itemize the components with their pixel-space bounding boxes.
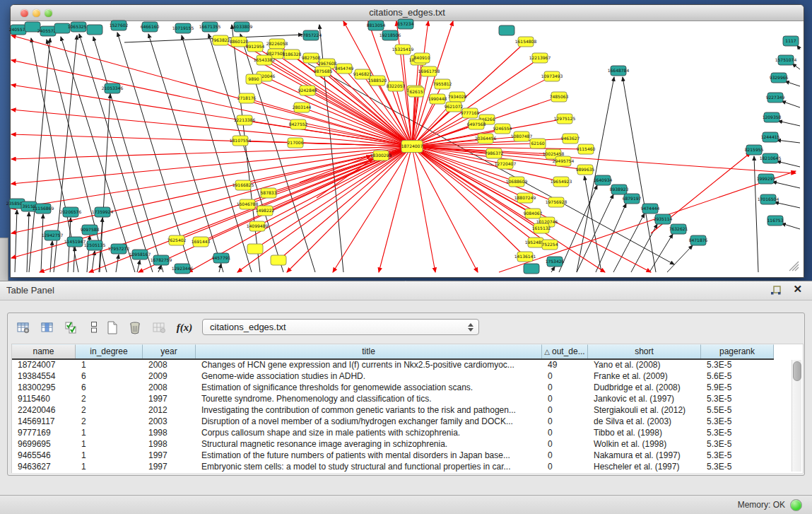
graph-node[interactable]: 9097588 <box>81 225 100 235</box>
cell-name[interactable]: 22420046 <box>12 405 76 416</box>
column-header-year[interactable]: year <box>143 344 196 358</box>
graph-node[interactable]: 1753426 <box>546 257 565 267</box>
graph-node[interactable]: 12923446 <box>172 264 194 274</box>
delete-table-icon[interactable] <box>125 317 145 337</box>
table-row[interactable]: 2242004622012Investigating the contribut… <box>12 405 803 416</box>
graph-node[interactable]: 8813054 <box>367 21 386 30</box>
graph-node[interactable]: 7963822 <box>211 35 230 45</box>
cell-year[interactable]: 1997 <box>143 450 196 462</box>
graph-node[interactable] <box>524 264 539 274</box>
graph-node[interactable]: 12213386 <box>234 115 256 125</box>
cell-in_degree[interactable]: 2 <box>76 405 143 416</box>
graph-node[interactable]: 9474444 <box>641 204 660 214</box>
graph-node[interactable]: 1990448 <box>428 94 447 104</box>
table-row[interactable]: 946362711997Embryonic stem cells: a mode… <box>12 462 803 473</box>
row-height-icon[interactable] <box>84 317 104 337</box>
cell-name[interactable]: 14569117 <box>12 416 76 428</box>
graph-node[interactable]: 8912954 <box>246 42 265 52</box>
table-settings-icon[interactable] <box>13 317 33 337</box>
table-row[interactable]: 1456911722003Disruption of a novel membe… <box>12 416 803 428</box>
graph-node[interactable]: 9875685 <box>314 66 333 76</box>
cell-in_degree[interactable]: 2 <box>76 394 143 405</box>
graph-node[interactable]: 9246554 <box>493 124 512 134</box>
cell-out_degree[interactable]: 49 <box>542 360 588 371</box>
cell-out_degree[interactable]: 0 <box>542 405 588 416</box>
graph-node[interactable]: 20206576 <box>60 207 82 217</box>
cell-year[interactable]: 2008 <box>143 382 196 394</box>
graph-node[interactable]: 217006 <box>288 138 304 148</box>
graph-node[interactable]: 16782759 <box>151 255 172 265</box>
cell-title[interactable]: Genome-wide association studies in ADHD. <box>196 371 542 382</box>
graph-node[interactable]: 9457791 <box>212 253 231 263</box>
graph-node[interactable]: 15751074 <box>775 55 797 65</box>
graph-node[interactable]: 7986372 <box>485 148 504 158</box>
cell-out_degree[interactable]: 0 <box>542 371 588 382</box>
graph-node[interactable]: 7625402 <box>167 235 187 245</box>
cell-title[interactable]: Estimation of significance thresholds fo… <box>196 382 542 394</box>
cell-in_degree[interactable]: 2 <box>76 416 143 428</box>
cell-name[interactable]: 9115460 <box>12 394 76 405</box>
cell-name[interactable]: 9699695 <box>12 439 76 450</box>
table-row[interactable]: 1830029562008Estimation of significance … <box>12 382 803 394</box>
graph-node[interactable]: 16671355 <box>199 22 221 32</box>
cell-out_degree[interactable]: 0 <box>542 416 588 428</box>
column-header-name[interactable]: name <box>12 344 76 358</box>
network-canvas[interactable]: 7963822886012889129542822605898275051654… <box>11 21 803 276</box>
table-row[interactable]: 1872400712008Changes of HCN gene express… <box>12 360 803 371</box>
cell-title[interactable]: Disruption of a novel member of a sodium… <box>196 416 542 428</box>
cell-short[interactable]: Tibbo et al. (1998) <box>588 428 701 439</box>
cell-year[interactable]: 2012 <box>143 405 196 416</box>
function-builder-icon[interactable]: f(x) <box>175 317 194 337</box>
graph-node[interactable]: 29495754 <box>553 156 575 166</box>
graph-node[interactable]: 21053346 <box>102 83 124 93</box>
cell-pagerank[interactable]: 5.9E-5 <box>701 382 774 394</box>
graph-node[interactable]: 2718176 <box>237 93 257 103</box>
graph-node[interactable]: 18210645 <box>760 153 782 163</box>
graph-node[interactable]: 8186328 <box>283 49 302 59</box>
graph-node[interactable] <box>499 25 514 35</box>
graph-node[interactable]: 17957272 <box>108 244 130 254</box>
cell-year[interactable]: 1997 <box>143 462 196 473</box>
graph-node[interactable]: 2803144 <box>293 103 312 112</box>
graph-node[interactable]: 19218506 <box>379 30 401 40</box>
graph-node[interactable]: 12975125 <box>554 114 576 124</box>
column-header-short[interactable]: short <box>588 344 701 358</box>
graph-node[interactable]: 9084067 <box>524 209 543 218</box>
graph-node[interactable]: 16648784 <box>608 66 630 76</box>
cell-short[interactable]: Franke et al. (2009) <box>588 371 701 382</box>
graph-node[interactable]: 18807249 <box>514 193 536 203</box>
cell-out_degree[interactable]: 0 <box>542 439 588 450</box>
cell-out_degree[interactable]: 0 <box>542 462 588 473</box>
table-row[interactable]: 977716911998Corpus callosum shape and si… <box>12 428 803 439</box>
graph-node[interactable]: 12213967 <box>529 53 551 63</box>
graph-node[interactable]: 9890 <box>246 74 261 84</box>
cell-in_degree[interactable]: 6 <box>76 382 143 394</box>
graph-node[interactable]: 28226058 <box>266 39 288 49</box>
cell-in_degree[interactable]: 6 <box>76 371 143 382</box>
graph-node[interactable]: 62160 <box>530 139 546 148</box>
graph-node[interactable]: 7934028 <box>448 92 467 102</box>
cell-short[interactable]: Wolkin et al. (1998) <box>588 439 701 450</box>
graph-node[interactable]: 6497568 <box>467 119 486 129</box>
graph-node[interactable]: 62615 <box>408 87 424 97</box>
graph-node[interactable]: 14136141 <box>514 252 536 262</box>
graph-node[interactable]: 9227349 <box>766 93 785 103</box>
graph-node[interactable]: 157234 <box>398 19 414 29</box>
graph-node[interactable]: 1244415 <box>761 132 780 142</box>
cell-name[interactable]: 19384554 <box>12 371 76 382</box>
cell-title[interactable]: Investigating the contribution of common… <box>196 405 542 416</box>
cell-year[interactable]: 1998 <box>143 439 196 450</box>
graph-node[interactable]: 12720407 <box>495 159 517 169</box>
table-selector-dropdown[interactable]: citations_edges.txt <box>202 319 479 335</box>
cell-pagerank[interactable]: 5.3E-5 <box>701 416 774 428</box>
cell-out_degree[interactable]: 0 <box>542 382 588 394</box>
graph-node[interactable]: 19654923 <box>551 177 572 187</box>
select-columns-icon[interactable] <box>61 317 81 337</box>
cell-pagerank[interactable]: 5.5E-5 <box>701 405 774 416</box>
column-header-out_degree[interactable]: △out_de... <box>542 344 588 358</box>
graph-node[interactable]: 1615132 <box>532 223 551 233</box>
graph-node[interactable]: 12942757 <box>42 230 64 240</box>
graph-node[interactable]: 1117 <box>783 36 799 46</box>
cell-year[interactable]: 1997 <box>143 394 196 405</box>
graph-node[interactable]: 7485063 <box>550 92 569 102</box>
